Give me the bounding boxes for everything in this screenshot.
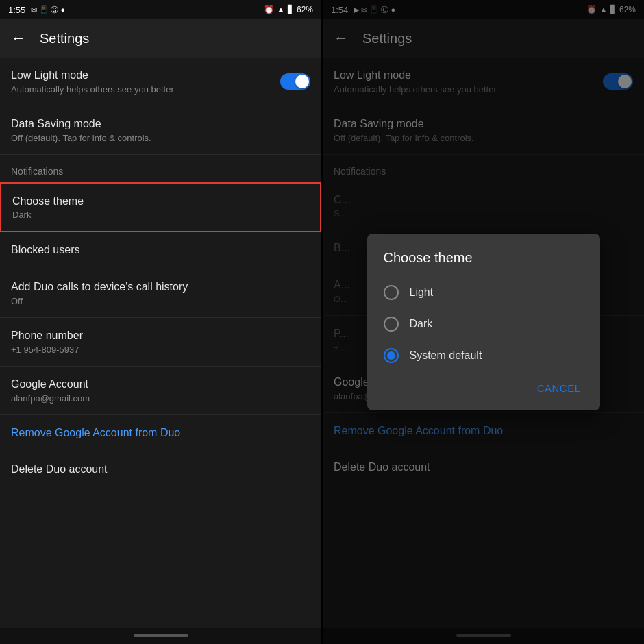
left-top-bar: ← Settings bbox=[0, 19, 321, 58]
setting-google-account-left[interactable]: Google Account alanfpa@gmail.com bbox=[0, 367, 321, 415]
dialog-option-light[interactable]: Light bbox=[367, 277, 600, 308]
setting-choose-theme-left[interactable]: Choose theme Dark bbox=[0, 182, 321, 233]
dialog-option-system-label: System default bbox=[410, 349, 482, 362]
add-duo-calls-label-left: Add Duo calls to device's call history bbox=[11, 280, 310, 295]
data-saving-sublabel-left: Off (default). Tap for info & controls. bbox=[11, 133, 310, 143]
left-phone-panel: 1:55 ✉ 📱 Ⓖ ● ⏰ ▲ ▋ 62% ← Settings Low Li… bbox=[0, 0, 321, 644]
choose-theme-dialog: Choose theme Light Dark System default bbox=[367, 234, 600, 410]
right-phone-panel: 1:54 ▶ ✉ 📱 Ⓖ ● ⏰ ▲ ▋ 62% ← Settings Low … bbox=[323, 0, 644, 644]
wifi-icon: ▲ bbox=[277, 5, 285, 14]
dialog-option-light-label: Light bbox=[410, 286, 434, 299]
setting-add-duo-calls-left[interactable]: Add Duo calls to device's call history O… bbox=[0, 269, 321, 318]
home-indicator-left bbox=[134, 634, 188, 637]
time-left: 1:55 bbox=[8, 5, 25, 15]
radio-dark[interactable] bbox=[384, 317, 399, 332]
signal-icon: ▋ bbox=[288, 5, 294, 14]
dialog-option-dark-label: Dark bbox=[410, 318, 433, 330]
left-status-time: 1:55 ✉ 📱 Ⓖ ● bbox=[8, 5, 65, 15]
left-bottom-bar bbox=[0, 628, 321, 644]
low-light-sublabel-left: Automatically helps others see you bette… bbox=[11, 84, 280, 95]
left-status-icons: ⏰ ▲ ▋ 62% bbox=[264, 5, 313, 14]
battery-left: 62% bbox=[297, 5, 313, 14]
dialog-option-dark[interactable]: Dark bbox=[367, 308, 600, 340]
remove-google-label-left: Remove Google Account from Duo bbox=[11, 426, 310, 441]
radio-inner-system-default bbox=[387, 351, 395, 360]
dialog-title: Choose theme bbox=[367, 250, 600, 277]
radio-light[interactable] bbox=[384, 285, 399, 300]
page-title-left: Settings bbox=[40, 31, 89, 47]
data-saving-label-left: Data Saving mode bbox=[11, 117, 310, 132]
left-settings-list: Low Light mode Automatically helps other… bbox=[0, 58, 321, 628]
phone-number-label-left: Phone number bbox=[11, 329, 310, 343]
dialog-overlay: Choose theme Light Dark System default bbox=[323, 0, 644, 644]
dialog-actions: Cancel bbox=[367, 371, 600, 405]
dialog-option-system-default[interactable]: System default bbox=[367, 340, 600, 371]
blocked-users-label-left: Blocked users bbox=[11, 243, 310, 258]
notifications-header-left: Notifications bbox=[0, 155, 321, 182]
setting-data-saving-left[interactable]: Data Saving mode Off (default). Tap for … bbox=[0, 106, 321, 155]
cancel-button[interactable]: Cancel bbox=[529, 377, 589, 399]
delete-duo-label-left: Delete Duo account bbox=[11, 462, 310, 477]
alarm-icon: ⏰ bbox=[264, 5, 274, 14]
back-button-left[interactable]: ← bbox=[11, 29, 26, 47]
google-account-sublabel-left: alanfpa@gmail.com bbox=[11, 393, 310, 404]
setting-remove-google-left[interactable]: Remove Google Account from Duo bbox=[0, 415, 321, 452]
radio-system-default[interactable] bbox=[384, 348, 399, 363]
setting-blocked-users-left[interactable]: Blocked users bbox=[0, 232, 321, 269]
google-account-label-left: Google Account bbox=[11, 377, 310, 392]
choose-theme-label-left: Choose theme bbox=[12, 195, 309, 209]
setting-delete-duo-left[interactable]: Delete Duo account bbox=[0, 451, 321, 488]
phone-number-sublabel-left: +1 954-809-5937 bbox=[11, 345, 310, 355]
choose-theme-sublabel-left: Dark bbox=[12, 210, 309, 220]
left-status-bar: 1:55 ✉ 📱 Ⓖ ● ⏰ ▲ ▋ 62% bbox=[0, 0, 321, 19]
add-duo-calls-sublabel-left: Off bbox=[11, 296, 310, 306]
low-light-toggle-left[interactable] bbox=[280, 73, 310, 90]
setting-low-light-left[interactable]: Low Light mode Automatically helps other… bbox=[0, 58, 321, 106]
setting-phone-number-left[interactable]: Phone number +1 954-809-5937 bbox=[0, 318, 321, 367]
low-light-label-left: Low Light mode bbox=[11, 69, 280, 83]
